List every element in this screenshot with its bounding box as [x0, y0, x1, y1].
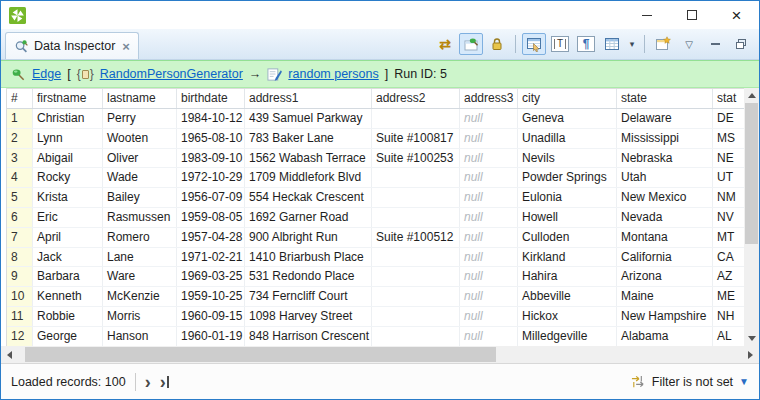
cell-address3[interactable]: null	[460, 129, 518, 148]
table-row[interactable]: 4RockyWade1972-10-291709 Middlefork Blvd…	[7, 168, 744, 188]
text-mode-button[interactable]: T	[548, 33, 572, 55]
cell-lastname[interactable]: Bailey	[103, 188, 177, 207]
window-close-button[interactable]: ×	[714, 1, 759, 29]
cell-address3[interactable]: null	[460, 109, 518, 128]
vertical-scrollbar[interactable]	[744, 88, 759, 346]
cell-state-abbr[interactable]: ME	[713, 287, 744, 306]
cell-lastname[interactable]: Wade	[103, 168, 177, 187]
cell-address2[interactable]	[372, 267, 460, 286]
next-page-button[interactable]: ›	[145, 373, 151, 391]
cell-state[interactable]: Montana	[617, 228, 713, 247]
table-row[interactable]: 12GeorgeHanson1960-01-19848 Harrison Cre…	[7, 327, 744, 346]
cell-address1[interactable]: 734 Ferncliff Court	[245, 287, 372, 306]
pin-data-button[interactable]	[459, 33, 483, 55]
cell-address1[interactable]: 1562 Wabash Terrace	[245, 149, 372, 168]
table-row[interactable]: 10KennethMcKenzie1959-10-25734 Ferncliff…	[7, 287, 744, 307]
cell-lastname[interactable]: McKenzie	[103, 287, 177, 306]
cell-firstname[interactable]: Kenneth	[33, 287, 103, 306]
edge-link[interactable]: Edge	[32, 67, 61, 81]
cell-city[interactable]: Eulonia	[518, 188, 617, 207]
cell-address3[interactable]: null	[460, 267, 518, 286]
cell-address1[interactable]: 531 Redondo Place	[245, 267, 372, 286]
cell-lastname[interactable]: Hanson	[103, 327, 177, 346]
horizontal-scroll-track[interactable]	[18, 346, 742, 363]
cell-city[interactable]: Geneva	[518, 109, 617, 128]
table-row[interactable]: 7AprilRomero1957-04-28900 Albright RunSu…	[7, 228, 744, 248]
cell-num[interactable]: 4	[7, 168, 33, 187]
cell-firstname[interactable]: Lynn	[33, 129, 103, 148]
lock-button[interactable]	[485, 33, 509, 55]
cell-city[interactable]: Milledgeville	[518, 327, 617, 346]
cell-address1[interactable]: 439 Samuel Parkway	[245, 109, 372, 128]
cell-birthdate[interactable]: 1956-07-09	[177, 188, 245, 207]
cell-birthdate[interactable]: 1972-10-29	[177, 168, 245, 187]
cell-address1[interactable]: 1098 Harvey Street	[245, 307, 372, 326]
last-page-button[interactable]: ›	[160, 373, 169, 391]
cell-address3[interactable]: null	[460, 228, 518, 247]
cell-lastname[interactable]: Ware	[103, 267, 177, 286]
column-header-address2[interactable]: address2	[372, 89, 460, 108]
cell-birthdate[interactable]: 1959-08-05	[177, 208, 245, 227]
filter-control[interactable]: Filter is not set ▼	[631, 374, 749, 389]
cell-state[interactable]: Mississippi	[617, 129, 713, 148]
cell-firstname[interactable]: April	[33, 228, 103, 247]
cell-num[interactable]: 12	[7, 327, 33, 346]
new-view-button[interactable]	[651, 33, 675, 55]
column-header-address1[interactable]: address1	[245, 89, 372, 108]
cell-state[interactable]: Delaware	[617, 109, 713, 128]
table-row[interactable]: 9BarbaraWare1969-03-25531 Redondo Placen…	[7, 267, 744, 287]
cell-birthdate[interactable]: 1960-09-15	[177, 307, 245, 326]
cell-birthdate[interactable]: 1984-10-12	[177, 109, 245, 128]
column-header-state-abbr[interactable]: stat	[713, 89, 744, 108]
cell-num[interactable]: 7	[7, 228, 33, 247]
cell-birthdate[interactable]: 1957-04-28	[177, 228, 245, 247]
cell-firstname[interactable]: Eric	[33, 208, 103, 227]
cell-num[interactable]: 3	[7, 149, 33, 168]
cell-address2[interactable]: Suite #100817	[372, 129, 460, 148]
scroll-right-button[interactable]	[742, 346, 759, 363]
cell-address2[interactable]	[372, 109, 460, 128]
cell-address3[interactable]: null	[460, 168, 518, 187]
cell-birthdate[interactable]: 1971-02-21	[177, 248, 245, 267]
cell-state[interactable]: Utah	[617, 168, 713, 187]
cell-city[interactable]: Abbeville	[518, 287, 617, 306]
cell-state-abbr[interactable]: NE	[713, 149, 744, 168]
table-layout-button[interactable]	[600, 33, 624, 55]
cell-firstname[interactable]: George	[33, 327, 103, 346]
cell-state[interactable]: Nevada	[617, 208, 713, 227]
window-minimize-button[interactable]	[624, 1, 669, 29]
cell-state-abbr[interactable]: AL	[713, 327, 744, 346]
cell-address1[interactable]: 554 Heckak Crescent	[245, 188, 372, 207]
cell-address1[interactable]: 900 Albright Run	[245, 228, 372, 247]
target-port-link[interactable]: random persons	[288, 67, 378, 81]
source-component-link[interactable]: RandomPersonGenerator	[100, 67, 243, 81]
view-menu-button[interactable]: ▽	[677, 33, 701, 55]
cell-lastname[interactable]: Romero	[103, 228, 177, 247]
column-header-birthdate[interactable]: birthdate	[177, 89, 245, 108]
column-header-address3[interactable]: address3	[460, 89, 518, 108]
column-header-firstname[interactable]: firstname	[33, 89, 103, 108]
horizontal-scroll-thumb[interactable]	[25, 347, 496, 362]
cell-state[interactable]: Maine	[617, 287, 713, 306]
cell-city[interactable]: Hahira	[518, 267, 617, 286]
vertical-scroll-track[interactable]	[744, 103, 759, 331]
cell-lastname[interactable]: Perry	[103, 109, 177, 128]
grid-mode-button[interactable]	[522, 33, 546, 55]
cell-birthdate[interactable]: 1959-10-25	[177, 287, 245, 306]
column-header-lastname[interactable]: lastname	[103, 89, 177, 108]
tab-close-icon[interactable]: ×	[120, 39, 130, 54]
cell-firstname[interactable]: Robbie	[33, 307, 103, 326]
cell-state-abbr[interactable]: AZ	[713, 267, 744, 286]
cell-lastname[interactable]: Lane	[103, 248, 177, 267]
cell-firstname[interactable]: Jack	[33, 248, 103, 267]
cell-city[interactable]: Hickox	[518, 307, 617, 326]
cell-birthdate[interactable]: 1983-09-10	[177, 149, 245, 168]
cell-address3[interactable]: null	[460, 248, 518, 267]
cell-state-abbr[interactable]: UT	[713, 168, 744, 187]
cell-address3[interactable]: null	[460, 188, 518, 207]
cell-state-abbr[interactable]: NV	[713, 208, 744, 227]
cell-num[interactable]: 11	[7, 307, 33, 326]
cell-state[interactable]: Alabama	[617, 327, 713, 346]
cell-num[interactable]: 9	[7, 267, 33, 286]
tab-data-inspector[interactable]: Data Inspector ×	[5, 32, 139, 59]
